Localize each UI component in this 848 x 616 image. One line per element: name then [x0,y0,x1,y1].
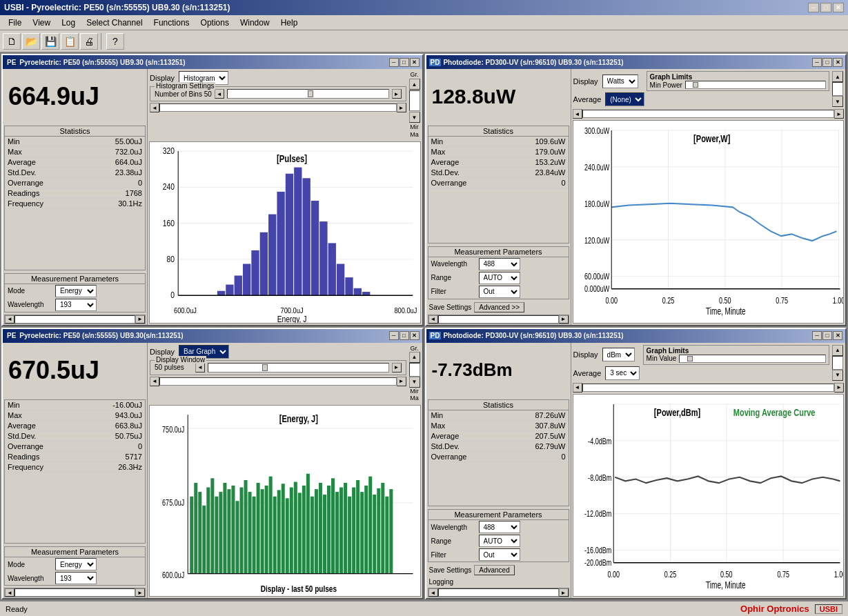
pulse-thumb[interactable] [262,364,268,371]
print-btn[interactable]: 🖨 [80,33,98,50]
svg-rect-71 [210,478,214,573]
win-tr-hscroll[interactable]: ◄ ► [428,315,569,324]
win-br-minimize[interactable]: ─ [812,331,822,340]
wavelength-select-bl[interactable]: 193 [55,572,97,584]
save-btn[interactable]: 💾 [41,33,59,50]
pulse-dec[interactable]: ◄ [195,363,205,372]
wavelength-select-tr[interactable]: 488 [479,258,520,270]
win-bl-minimize[interactable]: ─ [389,331,399,340]
win-tl-hscroll[interactable]: ◄ ► [4,315,146,324]
hscroll-right[interactable]: ► [397,103,406,112]
wavelength-select-tl[interactable]: 193 [55,299,97,311]
win-bl-close[interactable]: ✕ [410,331,420,340]
win-tl-maximize[interactable]: □ [400,58,409,67]
bins-thumb[interactable] [308,90,313,97]
hs2-right[interactable]: ► [834,109,844,119]
advanced-btn-tr[interactable]: Advanced >> [474,302,524,312]
scroll-left[interactable]: ◄ [5,588,14,597]
mode-select-tl[interactable]: Energy [55,285,97,297]
filter-select-br[interactable]: Out [479,548,520,561]
svg-rect-96 [315,489,318,573]
range-select-tr[interactable]: AUTO [479,272,520,284]
scroll-left[interactable]: ◄ [428,315,438,324]
win-br-meas: Measurement Parameters Wavelength 488 Ra… [428,509,569,562]
menu-file[interactable]: File [3,17,27,29]
hist-group-label: Histogram Settings [155,82,215,90]
graph-limits-br: Graph Limits Min Value [643,345,829,365]
vscroll-dn-br[interactable]: ▼ [832,370,843,381]
menu-view[interactable]: View [27,17,56,29]
gl-thumb[interactable] [693,82,698,88]
win-bl-right: Display Bar Graph Display Window 50 puls… [148,343,422,599]
vscroll-up[interactable]: ▲ [409,79,420,90]
win-bl-hscroll[interactable]: ◄ ► [4,588,146,597]
vscroll-dn-bl[interactable]: ▼ [409,377,420,388]
vscroll-up-br[interactable]: ▲ [832,345,843,356]
menu-log[interactable]: Log [56,17,81,29]
saveas-btn[interactable]: 📋 [61,33,79,50]
display-select-tr[interactable]: Watts [602,74,638,88]
pulse-inc[interactable]: ► [392,363,402,372]
bins-inc[interactable]: ► [392,89,402,99]
mode-select-bl[interactable]: Energy [55,558,97,570]
scroll-left[interactable]: ◄ [428,588,438,597]
window-bottom-left: PE Pyroelectric: PE50 (s/n:55555) UB9.30… [1,328,424,600]
hs-bl-left[interactable]: ◄ [150,377,159,386]
menu-options[interactable]: Options [195,17,235,29]
bins-label: Number of Bins 50 [155,90,212,98]
maximize-btn[interactable]: □ [820,3,831,12]
display-select-br[interactable]: dBm [602,348,635,361]
help-btn[interactable]: ? [106,33,124,50]
win-br-hscroll[interactable]: ◄ ► [428,588,569,597]
win-bl-controls: ─ □ ✕ [389,331,420,340]
win-tr-maximize[interactable]: □ [822,58,832,67]
svg-rect-98 [323,495,326,574]
win-tr-minimize[interactable]: ─ [812,58,822,67]
menu-functions[interactable]: Functions [148,17,195,29]
advanced-btn-br[interactable]: Advanced [474,565,514,575]
win-tl-close[interactable]: ✕ [410,58,420,67]
vscroll-up-tr[interactable]: ▲ [832,71,843,82]
win-br-close[interactable]: ✕ [833,331,842,340]
close-btn[interactable]: ✕ [833,3,844,12]
win-br-title: Photodiode: PD300-UV (s/n:96510) UB9.30 … [443,332,623,339]
svg-rect-106 [356,479,359,573]
scroll-right[interactable]: ► [559,588,569,597]
open-btn[interactable]: 📂 [22,33,40,50]
bins-dec[interactable]: ◄ [215,89,224,99]
scroll-right[interactable]: ► [559,315,569,324]
hs2-right-br[interactable]: ► [834,383,844,393]
wavelength-select-br[interactable]: 488 [479,521,520,533]
win-tl-left: 664.9uJ Statistics Min55.00uJ Max732.0uJ… [3,69,148,325]
hs2-left[interactable]: ◄ [573,109,582,119]
avg-select-br[interactable]: 3 sec [605,366,640,380]
filter-select-tr[interactable]: Out [479,286,520,298]
minimize-btn[interactable]: ─ [808,3,819,12]
scroll-left[interactable]: ◄ [5,315,14,324]
win-tr-stats-title: Statistics [428,126,569,137]
scroll-right[interactable]: ► [135,588,145,597]
hs2-left-br[interactable]: ◄ [573,383,582,393]
win-bl-maximize[interactable]: □ [400,331,409,340]
vscroll-up-bl[interactable]: ▲ [409,352,420,363]
win-br-maximize[interactable]: □ [822,331,832,340]
menu-help[interactable]: Help [275,17,304,29]
win-tr-reading: 128.8uW [426,69,571,124]
hs-bl-track [159,377,397,386]
gl-thumb-br[interactable] [687,356,693,361]
svg-rect-31 [354,288,362,295]
win-tl-right: Display Histogram Histogram Settings Num… [148,69,422,325]
hscroll-left[interactable]: ◄ [150,103,159,112]
vscroll-dn[interactable]: ▼ [409,112,420,123]
new-btn[interactable]: 🗋 [3,33,21,50]
win-tl-minimize[interactable]: ─ [389,58,399,67]
avg-select-tr[interactable]: (None) [605,92,644,106]
win-tr-stats: Statistics Min109.6uW Max179.0uW Average… [428,126,569,244]
menu-select-channel[interactable]: Select Channel [81,17,148,29]
range-select-br[interactable]: AUTO [479,535,520,547]
hs-bl-right[interactable]: ► [397,377,406,386]
scroll-right[interactable]: ► [135,315,145,324]
win-tr-close[interactable]: ✕ [833,58,842,67]
menu-window[interactable]: Window [235,17,275,29]
vscroll-dn-tr[interactable]: ▼ [832,96,843,107]
